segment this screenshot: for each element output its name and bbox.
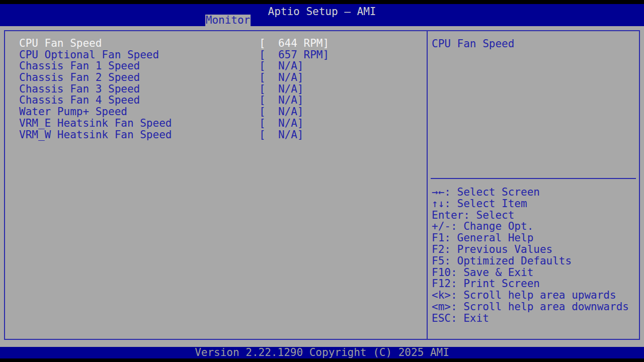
fan-speed-row[interactable]: VRM_E Heatsink Fan Speed [ N/A] [5,118,427,129]
fan-speed-list: CPU Fan Speed [ 644 RPM] CPU Optional Fa… [5,38,427,140]
fan-speed-value: [ N/A] [259,129,304,141]
key-legend-line: +/-: Change Opt. [432,221,638,232]
fan-speed-row[interactable]: Chassis Fan 2 Speed [ N/A] [5,72,427,83]
fan-speed-row[interactable]: VRM_W Heatsink Fan Speed [ N/A] [5,129,427,141]
fan-speed-value: [ N/A] [259,118,304,129]
key-legend-line: →←: Select Screen [432,187,638,198]
fan-speed-label: Chassis Fan 2 Speed [19,72,140,83]
fan-speed-label: Water Pump+ Speed [19,106,127,118]
tab-monitor[interactable]: Monitor [205,15,251,26]
key-legend-line: ESC: Exit [432,313,638,324]
key-legend-line: F5: Optimized Defaults [432,255,638,267]
fan-speed-row[interactable]: Chassis Fan 1 Speed [ N/A] [5,60,427,72]
key-legend-list: →←: Select Screen ↑↓: Select Item Enter:… [432,187,638,324]
help-horizontal-divider [431,178,636,179]
key-legend-line: F10: Save & Exit [432,267,638,279]
main-panel-frame: CPU Fan Speed [ 644 RPM] CPU Optional Fa… [4,30,640,340]
bios-title: Aptio Setup – AMI [0,6,644,17]
key-legend-line: <m>: Scroll help area downwards [432,301,638,313]
key-legend-line: <k>: Scroll help area upwards [432,290,638,301]
fan-speed-label: VRM_E Heatsink Fan Speed [19,118,172,129]
fan-speed-value: [ 657 RPM] [259,49,329,61]
key-legend-line: F2: Previous Values [432,244,638,255]
fan-speed-label: Chassis Fan 1 Speed [19,60,140,72]
fan-speed-value: [ N/A] [259,95,304,106]
version-copyright-text: Version 2.22.1290 Copyright (C) 2025 AMI [0,347,644,358]
key-legend-line: F1: General Help [432,232,638,244]
fan-speed-value: [ N/A] [259,60,304,72]
fan-speed-row[interactable]: Chassis Fan 4 Speed [ N/A] [5,95,427,106]
fan-speed-row[interactable]: CPU Optional Fan Speed [ 657 RPM] [5,49,427,61]
bios-header-bar: Aptio Setup – AMI Monitor [0,4,644,26]
fan-speed-label: Chassis Fan 4 Speed [19,95,140,106]
fan-speed-label: CPU Fan Speed [19,38,102,49]
fan-speed-label: Chassis Fan 3 Speed [19,83,140,95]
fan-speed-label: VRM_W Heatsink Fan Speed [19,129,172,141]
top-black-strip [0,0,644,4]
fan-speed-value: [ 644 RPM] [259,38,329,49]
fan-speed-value: [ N/A] [259,83,304,95]
settings-list-pane: CPU Fan Speed [ 644 RPM] CPU Optional Fa… [5,31,427,339]
fan-speed-row[interactable]: Water Pump+ Speed [ N/A] [5,106,427,118]
footer-bar: Version 2.22.1290 Copyright (C) 2025 AMI [0,347,644,358]
fan-speed-row[interactable]: Chassis Fan 3 Speed [ N/A] [5,83,427,95]
fan-speed-row[interactable]: CPU Fan Speed [ 644 RPM] [5,38,427,49]
key-legend-line: F12: Print Screen [432,278,638,290]
fan-speed-value: [ N/A] [259,106,304,118]
key-legend-line: Enter: Select [432,210,638,221]
key-legend-line: ↑↓: Select Item [432,198,638,210]
bottom-black-strip [0,358,644,362]
help-pane: CPU Fan Speed →←: Select Screen ↑↓: Sele… [428,31,639,339]
fan-speed-label: CPU Optional Fan Speed [19,49,159,61]
selected-item-help-title: CPU Fan Speed [432,38,514,49]
fan-speed-value: [ N/A] [259,72,304,83]
